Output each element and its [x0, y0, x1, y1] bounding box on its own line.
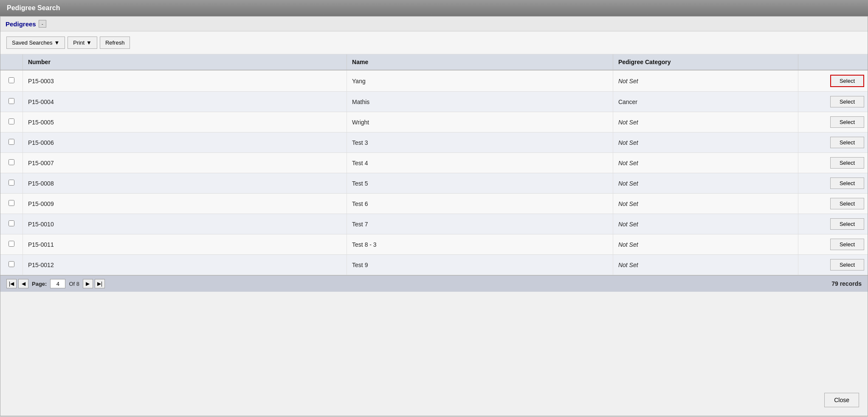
row-checkbox[interactable]: [8, 98, 14, 104]
row-name: Wright: [347, 112, 613, 132]
row-checkbox[interactable]: [8, 180, 14, 186]
select-button[interactable]: Select: [830, 259, 864, 270]
select-button[interactable]: Select: [830, 198, 864, 209]
row-number: P15-0006: [23, 132, 347, 153]
row-number: P15-0003: [23, 70, 347, 92]
row-number: P15-0007: [23, 153, 347, 173]
row-name: Test 6: [347, 194, 613, 214]
row-action-col: Select: [798, 92, 868, 112]
header-number: Number: [23, 54, 347, 70]
row-action-col: Select: [798, 132, 868, 153]
row-action-col: Select: [798, 214, 868, 234]
select-button[interactable]: Select: [830, 157, 864, 169]
select-button[interactable]: Select: [830, 239, 864, 250]
table-row: P15-0012Test 9Not SetSelect: [0, 255, 868, 275]
row-name: Mathis: [347, 92, 613, 112]
row-number: P15-0008: [23, 173, 347, 194]
records-count: 79 records: [831, 280, 862, 287]
row-number: P15-0010: [23, 214, 347, 234]
row-name: Test 3: [347, 132, 613, 153]
row-number: P15-0005: [23, 112, 347, 132]
title-bar-label: Pedigree Search: [7, 4, 60, 11]
row-checkbox[interactable]: [8, 139, 14, 145]
saved-searches-button[interactable]: Saved Searches ▼: [6, 37, 65, 49]
first-page-button[interactable]: |◀: [6, 279, 17, 288]
row-action-col: Select: [798, 173, 868, 194]
close-btn-container: Close: [824, 393, 859, 407]
last-page-button[interactable]: ▶|: [95, 279, 105, 288]
header-name: Name: [347, 54, 613, 70]
table-row: P15-0009Test 6Not SetSelect: [0, 194, 868, 214]
row-category: Not Set: [613, 132, 798, 153]
table-header-row: Number Name Pedigree Category: [0, 54, 868, 70]
print-button[interactable]: Print ▼: [68, 37, 97, 49]
collapse-button[interactable]: -: [39, 20, 46, 28]
row-action-col: Select: [798, 194, 868, 214]
close-button[interactable]: Close: [824, 393, 859, 407]
page-input[interactable]: [50, 279, 65, 288]
table-row: P15-0004MathisCancerSelect: [0, 92, 868, 112]
pagination-left: |◀ ◀ Page: Of 8 ▶ ▶|: [6, 279, 105, 288]
row-name: Test 8 - 3: [347, 234, 613, 255]
row-name: Test 4: [347, 153, 613, 173]
section-title: Pedigrees: [6, 20, 36, 28]
row-number: P15-0009: [23, 194, 347, 214]
header-category: Pedigree Category: [613, 54, 798, 70]
row-checkbox[interactable]: [8, 159, 14, 165]
table-row: P15-0011Test 8 - 3Not SetSelect: [0, 234, 868, 255]
row-category: Not Set: [613, 173, 798, 194]
row-action-col: Select: [798, 70, 868, 92]
title-bar: Pedigree Search: [0, 0, 868, 16]
table-container: Number Name Pedigree Category P15-0003Ya…: [0, 54, 868, 275]
select-button[interactable]: Select: [830, 178, 864, 189]
row-action-col: Select: [798, 234, 868, 255]
select-button[interactable]: Select: [830, 75, 864, 87]
page-label: Page:: [32, 281, 47, 287]
row-category: Not Set: [613, 70, 798, 92]
next-page-button[interactable]: ▶: [83, 279, 93, 288]
of-label: Of 8: [69, 281, 79, 287]
print-label: Print: [73, 39, 85, 46]
row-checkbox[interactable]: [8, 200, 14, 206]
row-action-col: Select: [798, 153, 868, 173]
row-name: Test 7: [347, 214, 613, 234]
row-action-col: Select: [798, 112, 868, 132]
row-name: Yang: [347, 70, 613, 92]
row-category: Not Set: [613, 255, 798, 275]
pedigree-table: Number Name Pedigree Category P15-0003Ya…: [0, 54, 868, 275]
row-checkbox[interactable]: [8, 261, 14, 267]
saved-searches-arrow: ▼: [54, 39, 59, 46]
row-category: Not Set: [613, 112, 798, 132]
row-number: P15-0004: [23, 92, 347, 112]
row-category: Not Set: [613, 214, 798, 234]
select-button[interactable]: Select: [830, 96, 864, 107]
saved-searches-label: Saved Searches: [12, 39, 52, 46]
prev-page-button[interactable]: ◀: [18, 279, 28, 288]
row-action-col: Select: [798, 255, 868, 275]
row-category: Not Set: [613, 153, 798, 173]
table-row: P15-0010Test 7Not SetSelect: [0, 214, 868, 234]
row-checkbox[interactable]: [8, 77, 14, 83]
toolbar: Saved Searches ▼ Print ▼ Refresh: [0, 31, 868, 54]
row-checkbox[interactable]: [8, 241, 14, 247]
select-button[interactable]: Select: [830, 218, 864, 230]
table-row: P15-0008Test 5Not SetSelect: [0, 173, 868, 194]
row-name: Test 9: [347, 255, 613, 275]
dialog: Pedigrees - Saved Searches ▼ Print ▼ Ref…: [0, 16, 868, 416]
header-checkbox-col: [0, 54, 23, 70]
select-button[interactable]: Select: [830, 137, 864, 148]
table-row: P15-0006Test 3Not SetSelect: [0, 132, 868, 153]
row-checkbox[interactable]: [8, 118, 14, 124]
row-category: Cancer: [613, 92, 798, 112]
pagination-bar: |◀ ◀ Page: Of 8 ▶ ▶| 79 records: [0, 275, 868, 292]
section-header: Pedigrees -: [0, 17, 868, 31]
row-name: Test 5: [347, 173, 613, 194]
row-number: P15-0012: [23, 255, 347, 275]
refresh-button[interactable]: Refresh: [100, 37, 130, 49]
table-row: P15-0007Test 4Not SetSelect: [0, 153, 868, 173]
row-category: Not Set: [613, 194, 798, 214]
header-action: [798, 54, 868, 70]
row-checkbox[interactable]: [8, 220, 14, 226]
row-number: P15-0011: [23, 234, 347, 255]
select-button[interactable]: Select: [830, 116, 864, 128]
